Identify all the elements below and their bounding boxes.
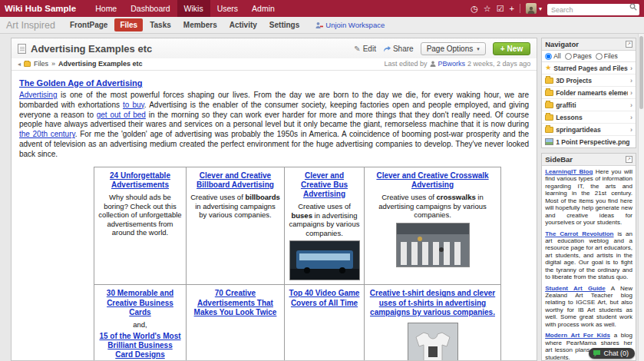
filter-all[interactable]: All: [545, 52, 560, 60]
nav-admin[interactable]: Admin: [245, 0, 282, 17]
tab-tasks[interactable]: Tasks: [144, 18, 177, 31]
cell-title-link[interactable]: 24 Unforgettable Advertisements: [98, 171, 182, 190]
tab-settings[interactable]: Settings: [264, 18, 305, 31]
folder-icon: [545, 114, 553, 121]
navigator-item-folder[interactable]: Lessons ›: [542, 111, 636, 124]
tab-frontpage[interactable]: FrontPage: [64, 18, 113, 31]
filter-label: Files: [604, 52, 618, 60]
nav-users[interactable]: Users: [210, 0, 245, 17]
navigator-item-file[interactable]: 1 Point Perspective.png: [542, 136, 636, 147]
recent-icon[interactable]: ◷: [471, 5, 478, 13]
navigator-item-folder[interactable]: springartideas ›: [542, 124, 636, 136]
navigator-item-label: Folder namearts element...: [556, 89, 628, 97]
cell-crosswalk-ads: Clever and Creative Crosswalk Advertisin…: [365, 167, 501, 285]
article-paragraph: Advertising is one of the most powerful …: [19, 91, 529, 160]
tasks-icon[interactable]: ☑: [497, 5, 504, 13]
sidebar-entry-link[interactable]: The Carrot Revolution: [545, 230, 613, 237]
star-icon[interactable]: ☆: [484, 5, 491, 13]
pencil-icon: ✎: [354, 45, 360, 53]
app-brand[interactable]: Wiki Hub Sample: [5, 4, 76, 13]
tshirt-photo-image[interactable]: [408, 323, 458, 360]
cell-title-link[interactable]: 70 Creative Advertisements That Makes Yo…: [190, 289, 280, 317]
page-title: Advertising Examples etc: [31, 43, 349, 55]
popout-icon[interactable]: ↗: [626, 156, 632, 163]
new-button[interactable]: + New: [493, 42, 530, 55]
crosswalk-photo-image[interactable]: [396, 223, 470, 267]
filter-all-radio[interactable]: [545, 53, 552, 60]
chevron-right-icon: ›: [630, 89, 632, 97]
main-area: Advertising Examples etc ✎ Edit Share Pa…: [0, 34, 644, 361]
sidebar-title: SideBar: [545, 155, 573, 164]
new-label: New: [507, 45, 523, 53]
last-edited-time: 2 weeks, 2 days ago: [467, 60, 530, 68]
unjoin-workspace-label: Unjoin Workspace: [325, 21, 385, 29]
scrollbar-thumb[interactable]: [639, 36, 643, 109]
nav-home[interactable]: Home: [88, 0, 124, 17]
popout-icon[interactable]: ↗: [626, 41, 632, 48]
folder-icon: [545, 127, 553, 133]
inline-link-20th-century[interactable]: the 20th century: [19, 130, 75, 138]
folder-icon: [24, 61, 31, 67]
cell-unforgettable-ads: 24 Unforgettable Advertisements Why shou…: [94, 167, 187, 285]
nav-dashboard[interactable]: Dashboard: [124, 0, 177, 17]
user-menu[interactable]: ▾: [526, 3, 542, 14]
navigator-item-folder[interactable]: Folder namearts element... ›: [542, 87, 636, 99]
share-label: Share: [393, 45, 414, 53]
tab-members[interactable]: Members: [178, 18, 223, 31]
bus-photo-image[interactable]: [289, 240, 360, 280]
filter-files-radio[interactable]: [596, 53, 603, 60]
navigator-item-label: graffiti: [556, 101, 628, 109]
cell-title-link[interactable]: Clever and Creative Billboard Advertisin…: [190, 171, 280, 190]
cell-title-link[interactable]: 30 Memorable and Creative Business Cards: [98, 289, 182, 317]
create-icon[interactable]: +: [510, 5, 514, 13]
breadcrumb-files-link[interactable]: Files: [34, 60, 48, 68]
sidebar-entry-link[interactable]: Modern Art For Kids: [545, 332, 610, 339]
navigator-item-starred[interactable]: ★ Starred Pages and Files ›: [542, 62, 636, 75]
table-row: 24 Unforgettable Advertisements Why shou…: [94, 167, 501, 285]
navigator-item-label: 1 Point Perspective.png: [556, 138, 632, 146]
inline-link-get-out-of-bed[interactable]: get out of bed: [97, 111, 146, 119]
chevron-right-icon: ›: [630, 126, 632, 134]
back-icon[interactable]: ◂: [18, 61, 21, 68]
navigator-filters: All Pages Files: [542, 51, 636, 62]
tab-activity[interactable]: Activity: [224, 18, 263, 31]
cell-title-link[interactable]: Clever and Creative Crosswalk Advertisin…: [368, 171, 497, 190]
chevron-right-icon: ›: [630, 65, 632, 72]
tab-files[interactable]: Files: [114, 18, 143, 31]
nav-wikis[interactable]: Wikis: [177, 0, 210, 17]
cell-title-link[interactable]: 15 of the World's Most Brilliant Busines…: [98, 332, 182, 360]
inline-link-to-buy[interactable]: to buy: [123, 101, 144, 109]
navigator-header: Navigator ↗: [542, 38, 636, 51]
last-edited-user-link[interactable]: PBworks: [438, 60, 466, 68]
page-options-button[interactable]: Page Options ▾: [421, 42, 486, 55]
filter-files[interactable]: Files: [596, 52, 618, 60]
cell-title-link[interactable]: Creative t-shirt designs and clever uses…: [368, 289, 497, 317]
top-bar: Wiki Hub Sample Home Dashboard Wikis Use…: [0, 0, 644, 17]
table-row: 30 Memorable and Creative Business Cards…: [94, 285, 501, 360]
page-options-label: Page Options: [427, 45, 474, 53]
inline-link-advertising[interactable]: Advertising: [19, 91, 57, 99]
top-nav: Home Dashboard Wikis Users Admin: [88, 0, 282, 17]
cell-joiner-text: and,: [98, 320, 182, 330]
navigator-item-folder[interactable]: 3D Projects ›: [542, 75, 636, 87]
cell-title-link[interactable]: Top 40 Video Game Covers of All Time: [289, 289, 360, 307]
cell-title-link[interactable]: Clever and Creative Bus Advertising: [289, 171, 360, 200]
sidebar-panel: SideBar ↗ LearningIT Blog Here you will …: [541, 153, 636, 361]
scrollbar[interactable]: [638, 34, 644, 361]
share-button[interactable]: Share: [383, 45, 414, 53]
chat-button[interactable]: Chat (0): [589, 348, 635, 359]
breadcrumb: ◂ Files » Advertising Examples etc Last …: [12, 58, 537, 71]
navigator-item-folder[interactable]: graffiti ›: [542, 99, 636, 111]
search-input[interactable]: [547, 4, 639, 15]
unjoin-workspace-link[interactable]: Unjoin Workspace: [315, 21, 385, 29]
edit-button[interactable]: ✎ Edit: [354, 45, 376, 53]
sidebar-entry-link[interactable]: LearningIT Blog: [545, 168, 593, 175]
sidebar-entry-text: is an art education weblog and a resourc…: [545, 230, 632, 281]
filter-pages-radio[interactable]: [565, 53, 572, 60]
navigator-item-label: springartideas: [556, 126, 628, 134]
filter-pages[interactable]: Pages: [565, 52, 592, 60]
sidebar-entry-link[interactable]: Student Art Guide: [545, 285, 606, 292]
article-heading-link[interactable]: The Golden Age of Advertising: [19, 78, 143, 88]
page-icon: [18, 44, 26, 54]
avatar: [526, 3, 537, 14]
